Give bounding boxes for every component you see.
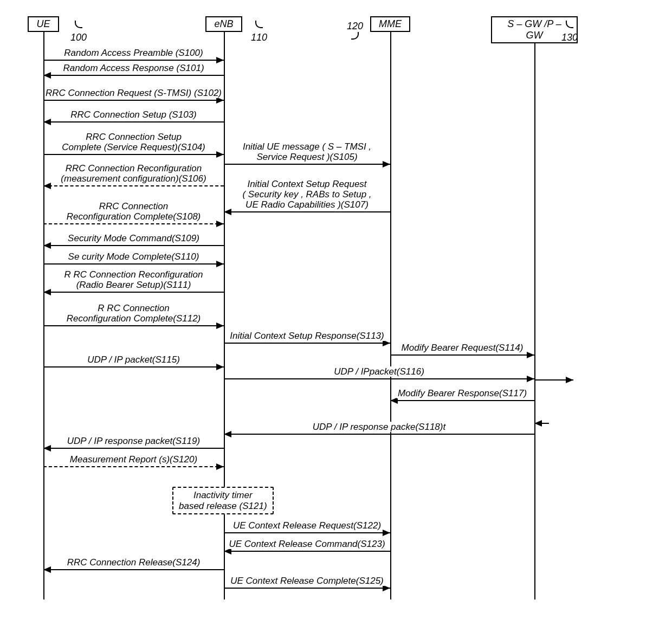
participant-ue: UE100 xyxy=(0,16,87,32)
participant-mme-ref: 120 xyxy=(347,21,363,43)
arrow-line xyxy=(43,75,224,76)
message-label: UE Context Release Complete(S125) xyxy=(229,576,385,586)
arrow-line xyxy=(43,100,224,101)
message-label: Measurement Report (s)(S120) xyxy=(69,454,198,465)
arrow-line xyxy=(43,263,224,265)
message-label: Security Mode Command(S109) xyxy=(67,233,201,243)
arrow-line xyxy=(43,245,224,246)
message-label: UDP / IP response packe(S118)t xyxy=(312,422,447,432)
message-label: RRC Connection Setup (S103) xyxy=(69,109,197,120)
arrowhead-icon xyxy=(216,364,224,370)
arrow-line xyxy=(224,211,390,212)
arrowhead-icon xyxy=(383,161,390,167)
arrow-line xyxy=(43,466,224,467)
arrow-line xyxy=(224,343,390,344)
arrowhead-icon xyxy=(43,72,51,79)
message-label: Random Access Response (S101) xyxy=(62,63,205,73)
arrow-line xyxy=(43,185,224,186)
message-label: Modify Bearer Request(S114) xyxy=(400,343,525,353)
arrow-line xyxy=(43,448,224,449)
participant-ue-label: UE xyxy=(28,16,59,32)
message-label: UE Context Release Command(S123) xyxy=(228,539,386,549)
arrowhead-icon xyxy=(216,261,224,267)
arrow-line xyxy=(224,551,390,552)
arrow-line xyxy=(43,223,224,224)
participant-sgw-ref: 130 xyxy=(561,21,578,43)
arrowhead-icon xyxy=(527,376,534,382)
arrow-line xyxy=(390,354,534,356)
message-label: UDP / IP packet(S115) xyxy=(86,354,181,365)
message-label: R RC Connection Reconfiguration(Radio Be… xyxy=(63,269,204,290)
message-label: RRC Connection Request (S-TMSI) (S102) xyxy=(44,88,223,98)
arrowhead-icon xyxy=(43,242,51,249)
arrowhead-icon xyxy=(527,352,534,358)
arrowhead-icon xyxy=(43,289,51,295)
message-label: RRC Connection Reconfiguration(measureme… xyxy=(60,163,207,184)
message-label: Se curity Mode Complete(S110) xyxy=(67,252,201,262)
participant-mme: MME120 xyxy=(347,16,434,32)
message-label: UDP / IPpacket(S116) xyxy=(333,366,425,377)
arrowhead-icon xyxy=(534,420,542,427)
arrowhead-icon xyxy=(216,463,224,470)
arrow-line xyxy=(43,60,224,61)
arrowhead-icon xyxy=(216,151,224,158)
arrow-line xyxy=(390,400,534,401)
message-label: Random Access Preamble (S100) xyxy=(63,48,204,58)
arrowhead-icon xyxy=(216,221,224,227)
lifeline-sgw xyxy=(534,30,535,599)
note-s121: Inactivity timerbased release (S121) xyxy=(172,487,274,514)
arrow-line xyxy=(224,164,390,165)
arrowhead-icon xyxy=(224,431,231,437)
arrow-line xyxy=(43,154,224,155)
arrowhead-icon xyxy=(383,530,390,536)
arrow-line xyxy=(224,434,534,435)
arrowhead-icon xyxy=(566,377,573,383)
arrow-line xyxy=(43,292,224,293)
arrow-line xyxy=(43,121,224,122)
message-label: Initial Context Setup Response(S113) xyxy=(229,331,385,341)
message-label: UE Context Release Request(S122) xyxy=(232,520,382,531)
message-label: RRC ConnectionReconfiguration Complete(S… xyxy=(66,201,202,222)
message-label: Initial UE message ( S – TMSI ,Service R… xyxy=(242,141,372,162)
lifeline-ue xyxy=(43,30,44,599)
message-label: Initial Context Setup Request( Security … xyxy=(241,179,372,210)
arrowhead-icon xyxy=(43,445,51,452)
arrowhead-icon xyxy=(224,209,231,215)
message-label: RRC Connection Release(S124) xyxy=(66,557,202,568)
participant-ue-ref: 100 xyxy=(70,21,87,43)
arrowhead-icon xyxy=(43,119,51,125)
arrow-line xyxy=(43,569,224,570)
arrow-line xyxy=(43,366,224,367)
participant-enb-label: eNB xyxy=(205,16,242,32)
arrowhead-icon xyxy=(216,57,224,63)
message-label: R RC ConnectionReconfiguration Complete(… xyxy=(66,303,202,324)
message-label: RRC Connection SetupComplete (Service Re… xyxy=(61,132,206,152)
arrowhead-icon xyxy=(216,323,224,329)
message-label: Modify Bearer Response(S117) xyxy=(397,388,528,398)
participant-enb: eNB110 xyxy=(180,16,267,32)
lifeline-mme xyxy=(390,30,391,599)
sequence-diagram: UE100eNB110MME120S – GW /P – GW130Random… xyxy=(11,11,661,607)
arrow-line xyxy=(224,532,390,533)
arrowhead-icon xyxy=(43,566,51,573)
arrow-line xyxy=(224,588,390,589)
participant-mme-label: MME xyxy=(370,16,410,32)
arrow-line xyxy=(43,325,224,326)
arrowhead-icon xyxy=(43,183,51,189)
message-label: UDP / IP response packet(S119) xyxy=(66,436,201,446)
participant-sgw: S – GW /P – GW130 xyxy=(491,16,578,43)
participant-enb-ref: 110 xyxy=(251,21,267,43)
arrow-line xyxy=(224,378,534,379)
